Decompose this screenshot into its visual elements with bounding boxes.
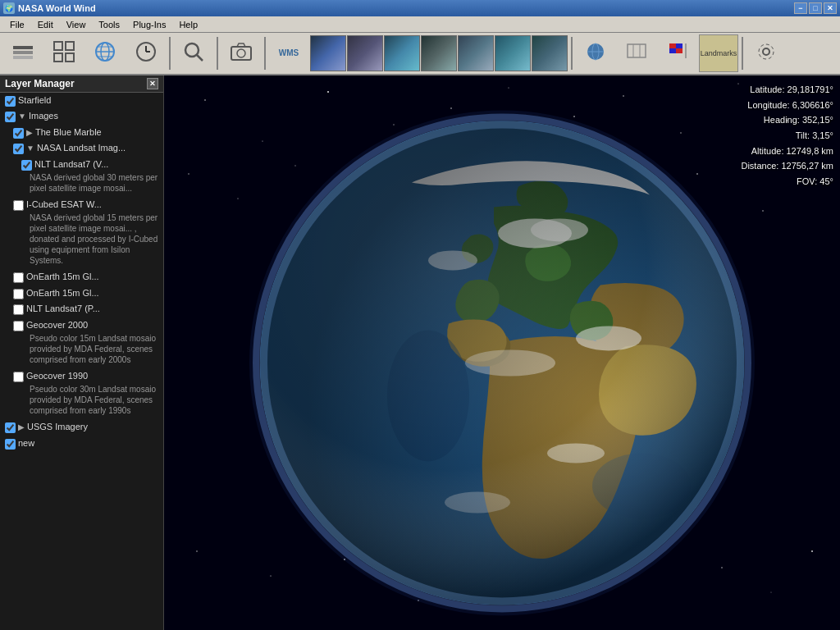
layer-item-geocover2000[interactable]: Geocover 2000 [0,317,163,333]
geocover2000-desc: Pseudo color 15m Landsat mosaio provided… [0,333,163,368]
layer-item-onearth2[interactable]: OnEarth 15m Gl... [0,285,163,301]
svg-point-15 [185,43,199,57]
menu-tools[interactable]: Tools [92,18,126,31]
menu-view[interactable]: View [60,18,93,31]
blue-marble-expand-icon[interactable]: ▶ [26,127,33,139]
nlt-landsat7-label: NLT Landsat7 (V... [34,158,108,171]
layers-icon [11,39,35,67]
layer-item-nlt-p[interactable]: NLT Landsat7 (P... [0,301,163,317]
geocover2000-label: Geocover 2000 [26,319,88,331]
geocover2000-checkbox[interactable] [13,321,24,331]
images-expand-icon[interactable]: ▼ [18,111,26,122]
heading-display: Heading: 352,15° [741,112,833,128]
layer-item-geocover1990[interactable]: Geocover 1990 [0,368,163,384]
layer-item-usgs[interactable]: ▶ USGS Imagery [0,419,163,435]
maximize-button[interactable]: □ [809,2,822,14]
menu-file[interactable]: File [3,18,31,31]
app-title: NASA World Wind [18,3,96,13]
geocover1990-checkbox[interactable] [13,372,24,382]
landmarks-btn[interactable]: Landmarks [699,34,738,72]
camera-icon [229,39,253,67]
starfield-checkbox[interactable] [5,96,16,107]
clock-btn[interactable] [126,34,166,72]
svg-point-35 [327,91,329,93]
onearth1-checkbox[interactable] [13,272,24,283]
clock-icon [134,39,158,67]
layer-item-images[interactable]: ▼ Images [0,108,163,124]
nasa-landsat-checkbox[interactable] [13,144,24,154]
wms-btn[interactable]: WMS [269,34,308,72]
usgs-checkbox[interactable] [5,422,16,433]
new-checkbox[interactable] [5,439,16,450]
toolbar-separator-3 [264,37,266,70]
grid-btn[interactable] [44,34,84,72]
map-icon [625,40,648,66]
layer-manager-close-button[interactable]: ✕ [147,78,158,89]
svg-rect-28 [676,48,682,53]
earth-globe [248,108,756,617]
layer-thumb-7[interactable] [532,35,568,71]
svg-rect-3 [54,42,62,50]
svg-point-52 [762,210,764,212]
layer-manager-title: Layer Manager [5,78,75,89]
svg-point-38 [508,87,509,88]
nasa-landsat-expand-icon[interactable]: ▼ [26,143,34,154]
layer-item-blue-marble[interactable]: ▶ The Blue Marble [0,125,163,140]
layer-thumb-6[interactable] [495,35,531,71]
search-icon [181,39,206,67]
layer-item-nlt-landsat7[interactable]: NLT Landsat7 (V... [0,157,163,172]
search-btn[interactable] [174,34,213,72]
menu-edit[interactable]: Edit [31,18,60,31]
layer-thumb-5[interactable] [458,35,494,71]
menu-plugins[interactable]: Plug-Ins [126,18,172,31]
layer-item-onearth1[interactable]: OnEarth 15m Gl... [0,269,163,285]
svg-point-18 [237,49,245,57]
layer-thumb-3[interactable] [384,35,420,71]
layers-btn[interactable] [3,34,43,72]
svg-point-59 [811,550,813,552]
onearth2-checkbox[interactable] [13,289,24,299]
svg-rect-2 [13,56,33,59]
nlt-landsat7-checkbox[interactable] [21,160,32,171]
starfield-label: Starfield [18,94,51,107]
layer-thumb-4[interactable] [421,35,457,71]
layer-thumbnails [310,35,568,71]
globe-btn[interactable] [85,34,125,72]
toolbar-separator-1 [169,37,171,70]
globe-viewport[interactable]: Latitude: 29,181791° Longitude: 6,306616… [164,75,840,630]
svg-point-31 [759,44,774,59]
earth-small-btn[interactable] [576,34,615,72]
images-checkbox[interactable] [5,112,16,122]
app-icon: 🌍 [3,2,15,14]
nasa-landsat-label: NASA Landsat Imag... [37,142,126,154]
usgs-expand-icon[interactable]: ▶ [18,422,25,433]
svg-point-40 [623,95,623,96]
layer-item-i-cubed[interactable]: I-Cubed ESAT W... [0,197,163,212]
layer-item-starfield[interactable]: Starfield [0,93,163,108]
svg-point-33 [204,99,206,101]
flags-btn[interactable] [658,34,697,72]
svg-rect-25 [669,43,676,48]
camera-btn[interactable] [221,34,261,72]
altitude-display: Altitude: 12749,8 km [741,144,833,159]
map-btn[interactable] [617,34,656,72]
minimize-button[interactable]: − [794,2,807,14]
nlt-p-checkbox[interactable] [13,304,24,315]
close-button[interactable]: ✕ [824,2,837,14]
svg-rect-4 [66,42,74,50]
layer-manager-panel: Layer Manager ✕ Starfield ▼ Images ▶ The… [0,75,164,630]
i-cubed-checkbox[interactable] [13,200,24,211]
layer-thumb-1[interactable] [310,35,346,71]
svg-rect-6 [66,53,74,62]
menu-help[interactable]: Help [172,18,204,31]
layer-item-nasa-landsat[interactable]: ▼ NASA Landsat Imag... [0,140,163,156]
settings-btn[interactable] [746,34,786,72]
blue-marble-label: The Blue Marble [35,126,102,139]
layer-thumb-2[interactable] [347,35,383,71]
onearth2-label: OnEarth 15m Gl... [26,287,99,299]
usgs-label: USGS Imagery [27,421,88,433]
layer-item-new[interactable]: new [0,436,163,451]
svg-point-53 [196,550,198,552]
blue-marble-checkbox[interactable] [13,128,24,139]
svg-rect-26 [676,43,682,48]
